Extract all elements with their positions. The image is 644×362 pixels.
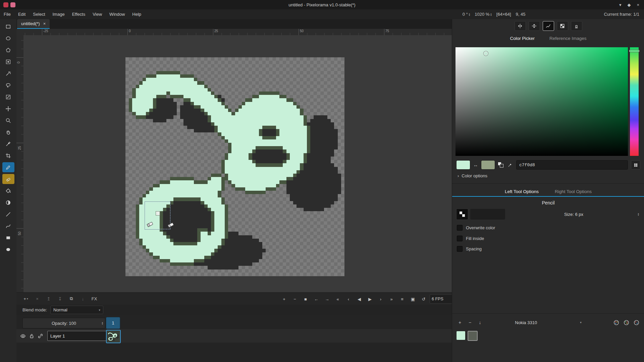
- layer-link-button[interactable]: [36, 331, 45, 340]
- dynamics-button[interactable]: [571, 21, 582, 31]
- palette-select[interactable]: Nokia 3310 ▾: [484, 320, 612, 325]
- spacing-checkbox[interactable]: [457, 246, 463, 252]
- rotation-spin-arrows[interactable]: ▴▾: [469, 13, 470, 16]
- vertical-mirror-button[interactable]: [529, 21, 540, 31]
- tool-eraser[interactable]: [2, 174, 14, 184]
- tool-zoom[interactable]: [2, 115, 14, 125]
- tool-rectangle-select[interactable]: [2, 21, 14, 32]
- first-frame-button[interactable]: «: [333, 295, 342, 303]
- palette-edit-button[interactable]: [622, 318, 630, 326]
- move-frame-left-button[interactable]: ←: [312, 295, 321, 303]
- color-options-expander[interactable]: › Color options: [458, 173, 487, 178]
- tool-crop[interactable]: [2, 150, 14, 161]
- primary-color-swatch[interactable]: [456, 160, 470, 170]
- layer-lock-button[interactable]: [27, 331, 36, 340]
- tool-ellipse-select[interactable]: [2, 33, 14, 43]
- layer-row[interactable]: [16, 329, 452, 343]
- frame-column-header[interactable]: 1: [106, 317, 120, 329]
- horizontal-ruler[interactable]: -250255075: [23, 29, 452, 36]
- overwrite-color-checkbox[interactable]: [457, 225, 463, 231]
- opacity-spin-arrows[interactable]: ▴▾: [102, 321, 103, 325]
- color-cursor[interactable]: [484, 51, 488, 56]
- zoom-spinner[interactable]: 1020 % ▴▾: [475, 12, 492, 17]
- tool-bucket[interactable]: [2, 186, 14, 196]
- minimize-icon[interactable]: ▾: [619, 2, 622, 7]
- clone-layer-button[interactable]: ⧉: [67, 294, 76, 303]
- size-spin-arrows[interactable]: ▴▾: [638, 213, 639, 216]
- play-button[interactable]: ▶: [365, 295, 375, 303]
- menu-effects[interactable]: Effects: [68, 9, 89, 19]
- palette-sort-button[interactable]: [612, 318, 620, 326]
- add-frame-button[interactable]: +: [279, 295, 289, 303]
- tool-select-by-color[interactable]: [2, 57, 14, 67]
- onion-skin-button[interactable]: ▣: [408, 295, 418, 303]
- layer-visibility-button[interactable]: [18, 331, 27, 340]
- brush-preview[interactable]: [470, 209, 505, 220]
- hex-color-input[interactable]: [516, 160, 628, 170]
- menu-edit[interactable]: Edit: [14, 9, 29, 19]
- tool-curve[interactable]: [2, 221, 14, 231]
- frame-tags-button[interactable]: ≡: [397, 295, 407, 303]
- tool-magic-wand[interactable]: [2, 68, 14, 78]
- zoom-spin-arrows[interactable]: ▴▾: [490, 13, 492, 16]
- eyedropper-button[interactable]: [506, 161, 513, 169]
- tool-line[interactable]: [2, 209, 14, 219]
- tab-reference-images[interactable]: Reference Images: [549, 36, 586, 41]
- brush-select-button[interactable]: [456, 208, 468, 220]
- tool-ellipse[interactable]: [2, 244, 14, 254]
- tab-close-icon[interactable]: ×: [43, 21, 46, 26]
- swap-colors-icon[interactable]: ↔: [473, 162, 478, 168]
- last-frame-button[interactable]: »: [387, 295, 396, 303]
- tab-color-picker[interactable]: Color Picker: [510, 36, 535, 41]
- alpha-lock-button[interactable]: [557, 21, 568, 31]
- selection-handle[interactable]: [156, 211, 160, 216]
- hue-cursor[interactable]: [629, 50, 639, 52]
- palette-swatch-1[interactable]: [456, 331, 466, 340]
- clone-frame-button[interactable]: ■: [301, 295, 310, 303]
- overwrite-color-row[interactable]: Overwrite color: [457, 225, 495, 231]
- fill-inside-checkbox[interactable]: [457, 236, 463, 241]
- pixel-art-canvas[interactable]: [125, 57, 344, 276]
- add-layer-button[interactable]: +▾: [21, 294, 31, 303]
- import-palette-button[interactable]: ↓: [476, 318, 484, 327]
- next-frame-button[interactable]: ›: [376, 295, 385, 303]
- tool-color-picker[interactable]: [2, 139, 14, 149]
- tab-left-tool-options[interactable]: Left Tool Options: [505, 189, 539, 194]
- close-icon[interactable]: ×: [637, 2, 639, 7]
- menu-help[interactable]: Help: [128, 9, 145, 19]
- remove-palette-button[interactable]: −: [466, 318, 474, 327]
- menu-image[interactable]: Image: [49, 9, 68, 19]
- tool-paint-selection[interactable]: [2, 92, 14, 102]
- merge-layer-button[interactable]: ↓: [78, 294, 88, 303]
- add-palette-button[interactable]: +: [455, 318, 464, 327]
- tool-shading[interactable]: [2, 197, 14, 207]
- spacing-row[interactable]: Spacing: [457, 246, 482, 252]
- fill-inside-row[interactable]: Fill inside: [457, 236, 484, 241]
- layer-fx-button[interactable]: FX: [90, 294, 99, 303]
- play-backwards-button[interactable]: ◀: [355, 295, 364, 303]
- canvas[interactable]: [125, 57, 344, 276]
- tool-rectangle[interactable]: [2, 233, 14, 243]
- menu-file[interactable]: File: [0, 9, 14, 19]
- cel-thumbnail[interactable]: [106, 330, 121, 343]
- color-gradient-square[interactable]: [455, 47, 628, 156]
- palette-swatch-2[interactable]: [468, 331, 478, 341]
- default-colors-icon[interactable]: [498, 162, 503, 168]
- tool-lasso[interactable]: [2, 80, 14, 90]
- pixel-perfect-button[interactable]: [543, 21, 554, 31]
- move-layer-up-button[interactable]: ↥: [44, 294, 53, 303]
- document-tab[interactable]: untitled(*) ×: [17, 19, 50, 29]
- tool-pencil[interactable]: [2, 162, 14, 172]
- previous-frame-button[interactable]: ‹: [344, 295, 353, 303]
- menu-window[interactable]: Window: [106, 9, 128, 19]
- remove-frame-button[interactable]: −: [290, 295, 300, 303]
- palette-options-button[interactable]: [632, 318, 640, 326]
- move-frame-right-button[interactable]: →: [322, 295, 332, 303]
- maximize-icon[interactable]: ◆: [627, 2, 631, 7]
- loop-button[interactable]: ↺: [419, 295, 428, 303]
- remove-layer-button[interactable]: ×: [33, 294, 42, 303]
- layer-name-field[interactable]: [47, 331, 111, 341]
- tab-right-tool-options[interactable]: Right Tool Options: [555, 189, 592, 194]
- horizontal-mirror-button[interactable]: [515, 21, 526, 31]
- swatches-menu-button[interactable]: [631, 160, 640, 170]
